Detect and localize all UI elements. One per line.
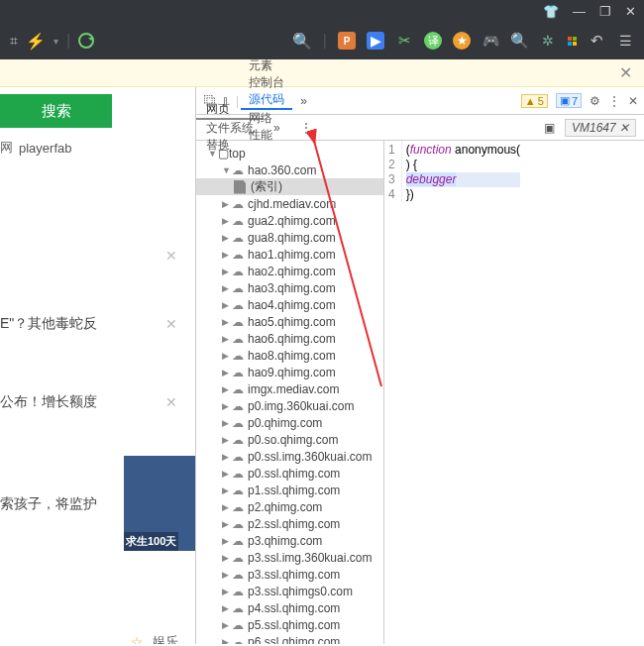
- code-tab[interactable]: VM1647 ✕: [565, 119, 636, 137]
- tree-item[interactable]: ▶☁hao5.qhimg.com: [196, 313, 383, 330]
- code-icon[interactable]: ▣: [534, 115, 565, 140]
- thumbnail[interactable]: 求生100天: [124, 456, 195, 551]
- notice-bar: ✕: [0, 59, 644, 87]
- label-site: 网: [0, 139, 13, 157]
- menu-icon[interactable]: ☰: [616, 32, 634, 50]
- article-item[interactable]: 公布！增长额度✕: [0, 385, 195, 418]
- tree-item[interactable]: ▶☁gua2.qhimg.com: [196, 212, 383, 229]
- gutter: 1234: [384, 141, 402, 202]
- close-icon[interactable]: ✕: [165, 313, 177, 334]
- tree-item[interactable]: ▶☁hao2.qhimg.com: [196, 263, 383, 279]
- devtab-3[interactable]: 网络: [241, 110, 292, 127]
- devtools-tabs: ⿻ ⫿ | 元素控制台源代码网络性能 » ▲ 5 ▣ 7 ⚙ ⋮ ✕: [196, 87, 644, 115]
- more-icon[interactable]: ⋮: [608, 94, 620, 108]
- code-lines[interactable]: (function anonymous( ) { debugger }): [402, 141, 520, 202]
- tree-item[interactable]: ▶☁p5.ssl.qhimg.com: [196, 616, 383, 633]
- tabs-overflow[interactable]: »: [292, 87, 315, 114]
- close-icon[interactable]: ✕: [619, 121, 629, 135]
- titlebar: 👕 — ❐ ✕: [0, 0, 644, 22]
- video-icon[interactable]: ▶: [367, 32, 384, 50]
- tree-item[interactable]: ▶☁p1.ssl.qhimg.com: [196, 482, 383, 498]
- article-item[interactable]: E"？其他毒蛇反✕: [0, 307, 195, 340]
- favorite-icon[interactable]: ★: [453, 32, 471, 50]
- tree-item[interactable]: ▶☁cjhd.mediav.com: [196, 195, 383, 212]
- minimize-button[interactable]: —: [573, 4, 586, 19]
- tree-item[interactable]: ▶☁p0.ssl.img.360kuai.com: [196, 448, 383, 465]
- devtab-0[interactable]: 元素: [241, 57, 292, 74]
- tree-item[interactable]: ▶☁p2.ssl.qhimg.com: [196, 515, 383, 532]
- tree-item[interactable]: ▶☁p2.qhimg.com: [196, 498, 383, 515]
- element-picker-icon[interactable]: ⿻: [202, 94, 218, 108]
- devtools-close-button[interactable]: ✕: [628, 94, 638, 108]
- file-tree[interactable]: ▼▢ top ▼☁hao.360.com (索引) ▶☁cjhd.mediav.…: [196, 141, 384, 644]
- search2-icon[interactable]: 🔍: [510, 32, 528, 50]
- flash-icon[interactable]: ⚡: [26, 32, 46, 51]
- page-content: 搜索 网 playerfab ✕ E"？其他毒蛇反✕ 公布！增长额度✕ 索孩子，…: [0, 87, 195, 644]
- close-window-button[interactable]: ✕: [625, 4, 636, 19]
- tree-item[interactable]: ▶☁p4.ssl.qhimg.com: [196, 599, 383, 616]
- translate-icon[interactable]: 译: [424, 32, 442, 50]
- tree-item[interactable]: ▶☁p0.so.qhimg.com: [196, 431, 383, 448]
- tree-item[interactable]: ▶☁p0.ssl.qhimg.com: [196, 465, 383, 482]
- tree-item[interactable]: ▶☁hao6.qhimg.com: [196, 330, 383, 347]
- code-pane: 1234 (function anonymous( ) { debugger }…: [384, 141, 644, 644]
- caret-down-icon[interactable]: ▾: [54, 36, 58, 47]
- tree-item[interactable]: ▶☁p0.img.360kuai.com: [196, 397, 383, 414]
- tree-item[interactable]: ▶☁hao1.qhimg.com: [196, 246, 383, 263]
- article-item[interactable]: ✕: [0, 250, 195, 262]
- search-icon[interactable]: 🔍: [292, 32, 312, 51]
- tree-top[interactable]: ▼▢ top: [196, 145, 383, 162]
- tree-item[interactable]: ▶☁hao4.qhimg.com: [196, 296, 383, 313]
- notice-close-button[interactable]: ✕: [619, 63, 632, 82]
- tree-item[interactable]: ▶☁p3.ssl.img.360kuai.com: [196, 549, 383, 566]
- devtab-1[interactable]: 控制台: [241, 74, 292, 91]
- warnings-badge[interactable]: ▲ 5: [521, 94, 548, 108]
- screenshot-icon[interactable]: ✂: [395, 32, 413, 50]
- devtools-panel: ⿻ ⫿ | 元素控制台源代码网络性能 » ▲ 5 ▣ 7 ⚙ ⋮ ✕ 网页文件系…: [195, 87, 644, 644]
- undo-icon[interactable]: ↶: [588, 32, 605, 50]
- tree-item[interactable]: ▶☁p3.qhimg.com: [196, 532, 383, 549]
- tree-item[interactable]: ▶☁p0.qhimg.com: [196, 414, 383, 431]
- tree-item[interactable]: ▶☁gua8.qhimg.com: [196, 229, 383, 246]
- tree-item[interactable]: ▶☁p3.ssl.qhimgs0.com: [196, 583, 383, 599]
- qrcode-icon[interactable]: ⌗: [10, 33, 18, 50]
- close-icon[interactable]: ✕: [165, 391, 177, 412]
- browser-toolbar: ⌗ ⚡ ▾ | 🔍 | P ▶ ✂ 译 ★ 🎮 🔍 ✲ ↶ ☰: [0, 22, 644, 59]
- gamepad-icon[interactable]: 🎮: [482, 32, 499, 50]
- apps-grid-icon[interactable]: [568, 37, 577, 46]
- tree-item[interactable]: ▶☁hao3.qhimg.com: [196, 279, 383, 296]
- gear-icon[interactable]: ⚙: [590, 94, 600, 108]
- search-input[interactable]: playerfab: [19, 141, 71, 156]
- maximize-button[interactable]: ❐: [599, 4, 611, 19]
- tree-item[interactable]: ▶☁imgx.mediav.com: [196, 380, 383, 397]
- tree-item[interactable]: ▶☁p6.ssl.qhimg.com: [196, 633, 383, 644]
- category-item[interactable]: ☆娱乐: [0, 627, 195, 644]
- tree-index[interactable]: (索引): [196, 178, 383, 195]
- devtab-2[interactable]: 源代码: [241, 91, 292, 110]
- more-icon[interactable]: ⋮: [290, 115, 322, 140]
- info-badge[interactable]: ▣ 7: [556, 93, 582, 108]
- shirt-icon[interactable]: 👕: [543, 4, 559, 19]
- device-toggle-icon[interactable]: ⫿: [218, 94, 234, 108]
- tree-host[interactable]: ▼☁hao.360.com: [196, 162, 383, 178]
- devtab-4[interactable]: 性能: [241, 127, 292, 144]
- refresh-icon[interactable]: [78, 33, 94, 49]
- tree-item[interactable]: ▶☁hao9.qhimg.com: [196, 364, 383, 380]
- pdf-icon[interactable]: P: [338, 32, 356, 50]
- tree-item[interactable]: ▶☁hao8.qhimg.com: [196, 347, 383, 364]
- search-button[interactable]: 搜索: [0, 94, 112, 128]
- extension-icon[interactable]: ✲: [539, 32, 557, 50]
- tree-item[interactable]: ▶☁p3.ssl.qhimg.com: [196, 566, 383, 583]
- close-icon[interactable]: ✕: [165, 246, 177, 267]
